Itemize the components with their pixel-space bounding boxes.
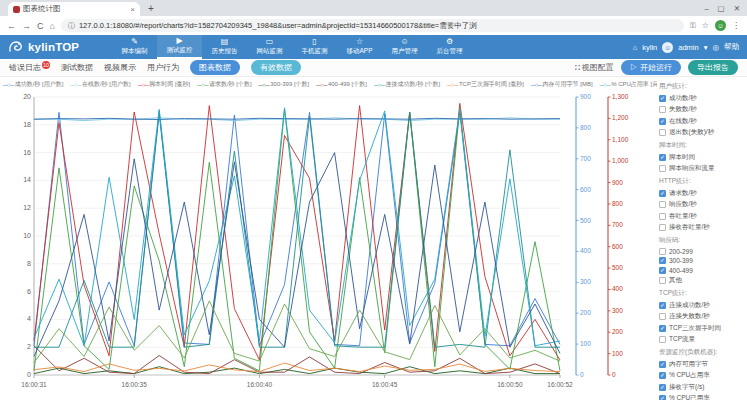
- report-tab-3[interactable]: 用户行为: [147, 62, 179, 73]
- site-info-icon[interactable]: ⓘ: [68, 21, 75, 31]
- metric-checkbox-item[interactable]: ✓400-499: [659, 267, 745, 274]
- metric-checkbox-item[interactable]: ✓接收字节(/s): [659, 383, 745, 392]
- metric-checkbox-item[interactable]: TCP流量: [659, 335, 745, 344]
- svg-text:300: 300: [612, 307, 623, 314]
- close-tab-icon[interactable]: ×: [130, 5, 135, 14]
- legend-item-1[interactable]: ─○─在线数/秒 [用户数]: [70, 80, 130, 89]
- reload-icon[interactable]: C: [37, 21, 44, 31]
- role-name[interactable]: admin: [678, 43, 698, 52]
- metric-checkbox-item[interactable]: ✓% CPU已用率: [659, 394, 745, 400]
- svg-text:200: 200: [612, 328, 623, 335]
- metric-label: % CPU已用率: [669, 394, 710, 400]
- metric-label: 在线数/秒: [669, 117, 697, 126]
- browser-tab[interactable]: 图表统计图 ×: [8, 2, 140, 16]
- nav-item-3[interactable]: ▭网站监测: [247, 35, 292, 59]
- metric-checkbox-item[interactable]: ✓% CPU占用率: [659, 371, 745, 380]
- user-avatar[interactable]: ☺: [662, 42, 673, 53]
- chevron-down-icon[interactable]: ▾: [704, 43, 708, 52]
- forward-icon[interactable]: →: [22, 21, 31, 31]
- metric-label: 400-499: [669, 267, 693, 274]
- charts-data-button[interactable]: 图表数据: [190, 60, 240, 75]
- browser-menu-icon[interactable]: ⋮: [732, 21, 740, 30]
- back-icon[interactable]: ←: [7, 21, 16, 31]
- legend-label: % CPU占用率 [百分比]: [611, 80, 657, 89]
- app-logo[interactable]: kylinTOP: [8, 40, 112, 54]
- metric-checkbox-item[interactable]: 退出数(失败)/秒: [659, 128, 745, 137]
- legend-item-8[interactable]: ─○─内存可用字节 [MB]: [531, 80, 593, 89]
- nav-item-5[interactable]: ☆移动APP: [337, 35, 382, 59]
- metric-checkbox-item[interactable]: ✓内存可用字节: [659, 360, 745, 369]
- nav-label: 用户管理: [392, 47, 418, 56]
- legend-marker-icon: ─○─: [3, 82, 14, 88]
- metric-checkbox-item[interactable]: 吞吐量/秒: [659, 212, 745, 221]
- report-tab-1[interactable]: 测试数据: [61, 62, 93, 73]
- key-icon[interactable]: ⚿: [690, 21, 696, 31]
- metric-label: TCP三次握手时间: [669, 324, 721, 333]
- legend-item-5[interactable]: ─○─400-499 [个数]: [316, 80, 367, 89]
- legend-label: 300-399 [个数]: [270, 80, 309, 89]
- legend-item-6[interactable]: ─○─连接成功数/秒 [个数]: [374, 80, 440, 89]
- nav-item-1[interactable]: ▶测试监控: [157, 35, 202, 59]
- start-run-button[interactable]: ▷ 开始运行: [621, 60, 681, 75]
- nav-item-0[interactable]: ✎脚本编制: [112, 35, 157, 59]
- nav-item-6[interactable]: ☺用户管理: [382, 35, 427, 59]
- new-tab-button[interactable]: +: [148, 3, 154, 14]
- nav-item-2[interactable]: ▤历史报告: [202, 35, 247, 59]
- sidebar-section-title: TCP统计:: [659, 289, 745, 298]
- help-icon[interactable]: ◎: [712, 43, 719, 52]
- metric-checkbox-item[interactable]: 脚本响应和流量: [659, 164, 745, 173]
- metric-checkbox-item[interactable]: ✓脚本时间: [659, 153, 745, 162]
- export-report-button[interactable]: 导出报告: [688, 60, 738, 75]
- svg-text:500: 500: [612, 264, 623, 271]
- legend-marker-icon: ─○─: [70, 82, 81, 88]
- metric-checkbox-item[interactable]: ✓连接成功数/秒: [659, 301, 745, 310]
- home-icon[interactable]: ⌂: [50, 21, 55, 31]
- user-name[interactable]: kylin: [642, 43, 657, 52]
- metric-checkbox-item[interactable]: 失败数/秒: [659, 105, 745, 114]
- address-bar[interactable]: ⓘ 127.0.0.1:18080/#/report/charts?id=158…: [61, 19, 684, 32]
- metric-checkbox-item[interactable]: 连接失败数/秒: [659, 312, 745, 321]
- svg-text:18: 18: [23, 121, 31, 128]
- metric-checkbox-item[interactable]: ✓300-399: [659, 257, 745, 264]
- metric-checkbox-item[interactable]: 200-299: [659, 248, 745, 255]
- report-tab-2[interactable]: 视频展示: [104, 62, 136, 73]
- legend-item-3[interactable]: ─○─请求数/秒 [个数]: [197, 80, 251, 89]
- svg-text:20: 20: [23, 93, 31, 100]
- sidebar-section-title: 用户统计:: [659, 82, 745, 91]
- legend-item-4[interactable]: ─○─300-399 [个数]: [259, 80, 310, 89]
- bookmark-star-icon[interactable]: ☆: [702, 21, 709, 30]
- metric-label: 请求数/秒: [669, 189, 697, 198]
- legend-item-9[interactable]: ─○─% CPU占用率 [百分比]: [600, 80, 657, 89]
- metric-checkbox-item[interactable]: 接收吞吐量/秒: [659, 223, 745, 232]
- minimize-icon[interactable]: –: [704, 4, 708, 13]
- home-nav-icon[interactable]: ⌂: [633, 43, 638, 52]
- metric-label: 脚本时间: [669, 153, 695, 162]
- metric-checkbox-item[interactable]: ✓请求数/秒: [659, 189, 745, 198]
- metric-checkbox-item[interactable]: ✓成功数/秒: [659, 94, 745, 103]
- metric-checkbox-item[interactable]: 其他: [659, 276, 745, 285]
- view-config-button[interactable]: ∷ 视图配置: [573, 62, 613, 73]
- nav-item-7[interactable]: ⚙后台管理: [427, 35, 472, 59]
- legend-item-0[interactable]: ─○─成功数/秒 [用户数]: [3, 80, 63, 89]
- profile-avatar[interactable]: ☺: [715, 20, 726, 31]
- nav-item-4[interactable]: ▯手机监测: [292, 35, 337, 59]
- metric-label: 其他: [669, 276, 682, 285]
- svg-text:2: 2: [27, 343, 31, 350]
- metric-checkbox-item[interactable]: ✓TCP三次握手时间: [659, 324, 745, 333]
- svg-text:900: 900: [612, 179, 623, 186]
- report-tab-0[interactable]: 错误日志10: [9, 62, 50, 73]
- legend-item-2[interactable]: ─○─脚本时间 [毫秒]: [138, 80, 191, 89]
- svg-text:400: 400: [612, 285, 623, 292]
- sidebar-section-title: 脚本时间:: [659, 141, 745, 150]
- metric-checkbox-item[interactable]: 响应数/秒: [659, 200, 745, 209]
- valid-data-button[interactable]: 有效数据: [251, 60, 301, 75]
- legend-marker-icon: ─○─: [197, 82, 208, 88]
- maximize-icon[interactable]: ▢: [718, 4, 725, 13]
- metric-checkbox-item[interactable]: ✓在线数/秒: [659, 117, 745, 126]
- legend-item-7[interactable]: ─○─TCP三次握手时间 [毫秒]: [447, 80, 524, 89]
- nav-icon: ☆: [356, 38, 363, 46]
- svg-text:300: 300: [580, 278, 591, 285]
- help-label[interactable]: 帮助: [724, 42, 739, 52]
- close-icon[interactable]: ✕: [734, 4, 740, 13]
- svg-text:800: 800: [580, 124, 591, 131]
